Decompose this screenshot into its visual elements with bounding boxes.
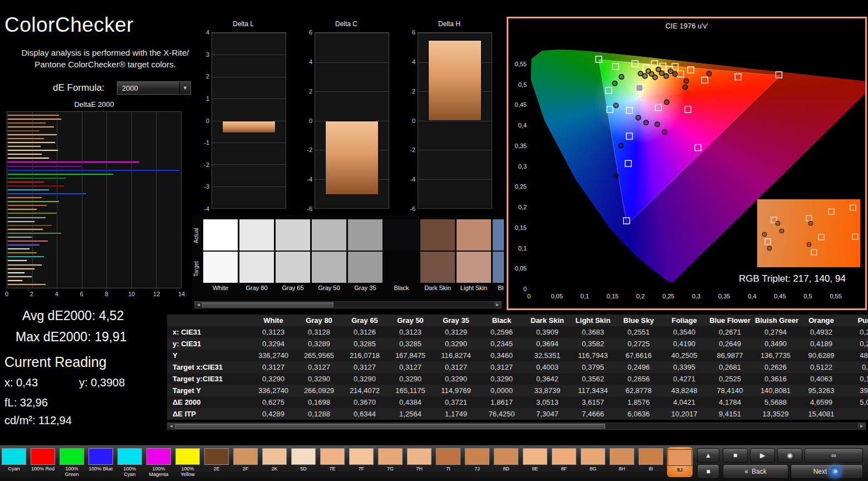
patch-button-8d[interactable]: 8D [493,447,519,477]
panel-view-button[interactable]: ■ [697,464,719,479]
patch-button-5d[interactable]: 5D [291,447,316,477]
cell-value: 0,0000 [479,385,524,396]
patch-button-100yellow[interactable]: 100% Yellow [175,447,200,477]
deltae-xticks: 02468101214 [7,291,182,298]
patch-button-2k[interactable]: 2K [262,447,287,477]
measured-marker [614,103,618,107]
back-button[interactable]: « Back [723,464,788,479]
row-label: ΔE ITP [167,408,251,420]
patch-button-7h[interactable]: 7H [406,447,432,477]
cell-value: 0,2496 [616,361,661,373]
patch-button-8i[interactable]: 8I [638,447,664,477]
patch-button-7e[interactable]: 7E [320,447,345,477]
play-button[interactable]: ▶ [750,448,775,463]
axis-tick-label: 4 [49,291,65,297]
patch-button-8j[interactable]: 8J [667,447,693,477]
deltae-bar [8,189,50,191]
axis-tick-label: 12 [149,291,164,297]
patch-button-100magenta[interactable]: 100% Magenta [146,447,171,477]
patch-color [668,449,692,466]
patch-label: 100% Magenta [146,466,171,477]
scroll-right-icon[interactable]: ► [858,423,865,429]
patch-label: 7G [377,466,403,472]
scroll-track[interactable] [202,302,494,308]
axis-tick-label: 6 [299,29,312,36]
scroll-track[interactable] [175,423,858,429]
next-button[interactable]: Next » [791,464,863,479]
patch-button-8h[interactable]: 8H [609,447,635,477]
cell-value: 0,3126 [342,326,388,338]
scroll-up-button[interactable]: ▲ [697,448,719,463]
scroll-thumb[interactable] [202,302,334,307]
deltae-bar [8,232,62,234]
horizontal-scrollbar[interactable]: ◄ ► [167,423,866,430]
up-arrow-icon: ▲ [705,451,712,459]
patch-button-100blue[interactable]: 100% Blue [88,447,114,477]
patch-button-7i[interactable]: 7I [435,447,461,477]
patch-button-100cyan[interactable]: 100% Cyan [117,447,143,477]
target-marker [818,234,824,240]
patch-button-2e[interactable]: 2E [204,447,229,477]
stop-button[interactable]: ■ [723,448,748,463]
axis-tick-label: 0 [196,117,209,124]
patch-button-8g[interactable]: 8G [580,447,606,477]
swatch-label: Dark Skin [420,283,455,292]
target-marker [606,87,612,94]
de-formula-label: dE Formula: [53,82,105,94]
axis-tick-label: 2 [299,88,312,95]
column-header: Blue Flower [707,315,753,326]
axis-tick-label: -1 [196,139,209,146]
cell-value: 0,3127 [479,361,524,373]
patch-button-100green[interactable]: 100% Green [59,447,85,477]
cell-value: 0,2345 [479,338,524,350]
target-marker [828,208,835,214]
patch-button-8e[interactable]: 8E [522,447,548,477]
swatch-label: Blue Sky [493,283,504,292]
axis-tick-label: -3 [196,183,209,190]
deltae-bar [8,236,32,238]
patch-button-8f[interactable]: 8F [551,447,577,477]
patch-label: 8D [493,466,519,472]
continuous-measure-button[interactable]: ∞ [805,448,863,463]
de-formula-select[interactable]: 2000 ▼ [117,81,191,95]
axis-tick-label: 8 [99,291,114,297]
patch-color [494,448,518,465]
horizontal-scrollbar[interactable]: ◄ ► [194,301,502,308]
axis-tick-label: 6 [74,291,90,297]
table-row: x: CIE310,31230,31280,31260,31230,31290,… [167,326,868,338]
actual-target-strip: Actual Target WhiteGray 80Gray 65Gray 50… [192,215,504,310]
cell-value: 43,8248 [661,385,707,396]
cell-value: 1,8617 [479,396,524,408]
scroll-left-icon[interactable]: ◄ [195,302,202,308]
scroll-left-icon[interactable]: ◄ [168,423,175,429]
delta-bar [222,121,275,133]
patch-color [291,448,316,465]
patch-button-2f[interactable]: 2F [233,447,258,477]
patch-button-100red[interactable]: 100% Red [30,447,56,477]
measured-marker [619,143,623,148]
deltae-bar [8,181,45,183]
delta-h-plot [418,32,492,209]
cell-value: 0,3721 [433,396,479,408]
cie-1976-panel: 000,050,050,10,10,150,150,20,20,250,250,… [507,17,867,310]
patch-button-7f[interactable]: 7F [349,447,374,477]
row-label: Y [167,350,251,361]
deltae-bar [8,122,46,124]
patch-color [2,448,26,465]
deltae-2000-chart: DeltaE 2000 02468101214 [4,100,184,301]
description-line-1: Display analysis is performed with the X… [22,48,189,57]
cell-value: 0,3290 [388,373,433,385]
cell-value: 0,3127 [251,361,296,373]
measure-button[interactable]: ◉ [777,448,802,463]
cell-value: 3,6157 [570,396,616,408]
cell-value: 265,9565 [296,350,342,361]
scroll-right-icon[interactable]: ► [494,302,501,308]
patch-color [610,448,634,465]
patch-label: 8E [522,466,548,472]
patch-button-7j[interactable]: 7J [464,447,490,477]
scroll-thumb[interactable] [175,424,605,429]
actual-color [348,219,382,251]
patch-button-7g[interactable]: 7G [377,447,403,477]
axis-tick-label: 3 [196,51,209,58]
patch-button-cyan[interactable]: Cyan [1,447,27,477]
